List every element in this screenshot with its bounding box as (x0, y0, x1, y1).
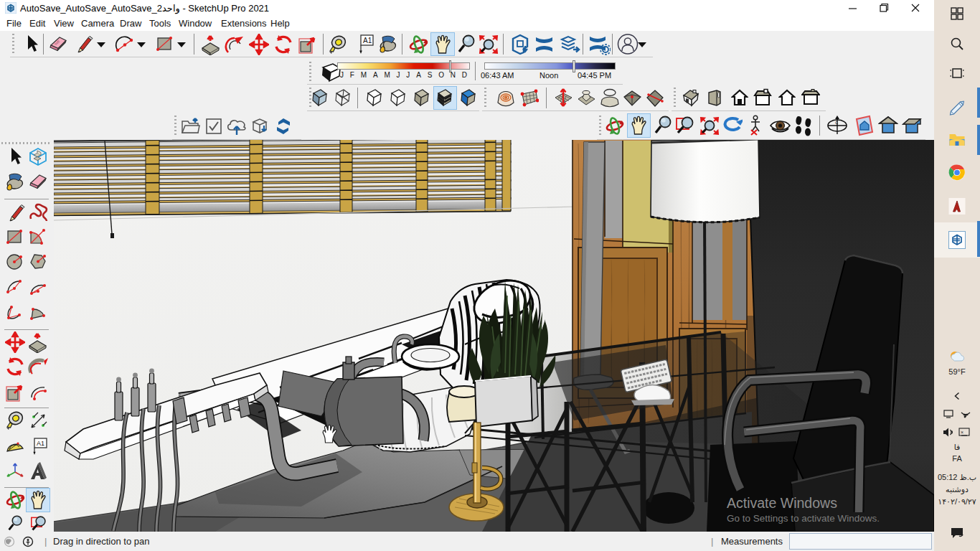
svg-text:Activate Windows: Activate Windows (727, 495, 837, 511)
svg-text:C: C (835, 121, 839, 125)
svg-text:Go to Settings to activate Win: Go to Settings to activate Windows. (727, 513, 880, 524)
svg-text:×: × (961, 430, 963, 435)
svg-text:A1: A1 (363, 37, 372, 44)
svg-text:A1: A1 (37, 440, 44, 447)
